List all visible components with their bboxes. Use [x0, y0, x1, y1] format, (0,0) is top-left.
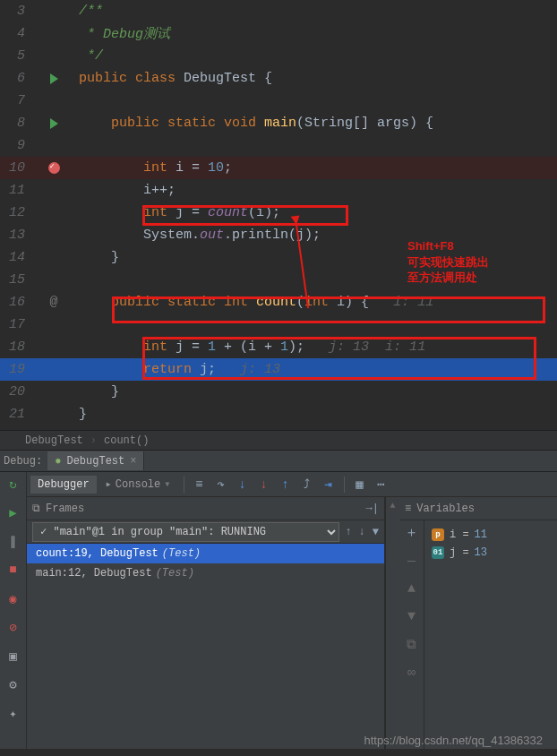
gutter[interactable]	[29, 118, 79, 129]
run-icon[interactable]	[50, 73, 58, 84]
pause-icon[interactable]: ∥	[5, 533, 21, 549]
debug-run-tab-label: DebugTest	[66, 455, 124, 468]
code-content[interactable]: /**	[79, 4, 557, 19]
line-number: 18	[0, 339, 29, 355]
code-editor[interactable]: 3/**4 * Debug测试5 */6public class DebugTe…	[0, 0, 557, 430]
down-icon[interactable]: ▼	[407, 609, 416, 624]
code-content[interactable]: public class DebugTest {	[79, 71, 557, 86]
rerun-icon[interactable]: ↻	[5, 476, 21, 492]
frame-item[interactable]: count:19, DebugTest(Test)	[27, 544, 384, 563]
force-step-into-icon[interactable]: ↓	[254, 475, 274, 494]
breadcrumb[interactable]: DebugTest › count()	[0, 430, 557, 450]
breakpoint-icon[interactable]	[48, 162, 60, 174]
line-number: 11	[0, 183, 29, 198]
gutter[interactable]	[29, 73, 79, 84]
var-value: 11	[475, 528, 487, 541]
code-line[interactable]: 17	[0, 314, 557, 336]
frames-list[interactable]: count:19, DebugTest(Test)main:12, DebugT…	[27, 544, 384, 583]
code-line[interactable]: 12 int j = count(i);	[0, 202, 557, 224]
code-line[interactable]: 8 public static void main(String[] args)…	[0, 112, 557, 134]
close-icon[interactable]: ×	[130, 455, 136, 468]
settings-icon[interactable]: ⚙	[5, 676, 21, 692]
remove-watch-icon[interactable]: —	[407, 554, 416, 569]
code-content[interactable]: i++;	[79, 183, 557, 198]
next-frame-icon[interactable]: ↓	[359, 526, 365, 538]
breakpoints-icon[interactable]: ◉	[5, 590, 21, 606]
step-over-icon[interactable]: ↷	[211, 475, 231, 494]
code-content[interactable]: */	[79, 48, 557, 64]
mute-breakpoints-icon[interactable]: ⊘	[5, 619, 21, 635]
variable-row[interactable]: pi = 11	[432, 526, 550, 544]
show-exec-icon[interactable]: ≡	[190, 475, 210, 494]
breadcrumb-class[interactable]: DebugTest	[25, 434, 83, 447]
line-number: 5	[0, 48, 29, 64]
line-number: 17	[0, 317, 29, 332]
code-content[interactable]: public static void main(String[] args) {	[79, 116, 557, 131]
scroll-up-icon[interactable]: ▲	[386, 497, 399, 514]
code-content[interactable]: int i = 10;	[79, 160, 557, 176]
var-value: 13	[475, 546, 487, 559]
run-icon[interactable]	[50, 118, 58, 129]
code-line[interactable]: 9	[0, 134, 557, 157]
code-line[interactable]: 3/**	[0, 0, 557, 22]
frames-icon: ⧉	[32, 503, 40, 515]
override-icon[interactable]: @	[49, 295, 57, 310]
code-content[interactable]: return j; j: 13	[79, 362, 557, 377]
code-content[interactable]: }	[79, 384, 557, 399]
code-line[interactable]: 19 return j; j: 13	[0, 358, 557, 381]
variables-title: Variables	[416, 503, 475, 515]
code-line[interactable]: 6public class DebugTest {	[0, 67, 557, 90]
restore-layout-icon[interactable]: →|	[366, 503, 379, 515]
line-number: 12	[0, 205, 29, 220]
code-line[interactable]: 11 i++;	[0, 179, 557, 202]
scrollbar[interactable]: ▲	[385, 497, 399, 749]
evaluate-icon[interactable]: ▦	[350, 475, 370, 494]
gutter[interactable]	[29, 162, 79, 174]
line-number: 15	[0, 272, 29, 288]
tab-debugger[interactable]: Debugger	[30, 476, 97, 494]
variables-list[interactable]: pi = 1101j = 13	[424, 520, 557, 749]
resume-icon[interactable]: ▶	[5, 504, 21, 520]
code-content[interactable]: int j = count(i);	[79, 205, 557, 220]
code-line[interactable]: 4 * Debug测试	[0, 22, 557, 45]
debug-run-tab[interactable]: ✸ DebugTest ×	[47, 451, 144, 470]
code-content[interactable]: int j = 1 + (i + 1); j: 13 i: 11	[79, 339, 557, 355]
line-number: 10	[0, 160, 29, 176]
code-line[interactable]: 18 int j = 1 + (i + 1); j: 13 i: 11	[0, 336, 557, 358]
glasses-icon[interactable]: ∞	[407, 666, 416, 681]
debug-panel-header: Debug: ✸ DebugTest ×	[0, 450, 557, 471]
step-out-icon[interactable]: ↑	[276, 475, 296, 494]
code-line[interactable]: 7	[0, 90, 557, 112]
code-content[interactable]: }	[79, 407, 557, 422]
frames-panel: ⧉Frames →| ✓ "main"@1 in group "main": R…	[27, 497, 385, 749]
code-line[interactable]: 21}	[0, 403, 557, 425]
code-content[interactable]: public static int count(int i) { i: 11	[79, 295, 557, 310]
step-into-icon[interactable]: ↓	[233, 475, 253, 494]
drop-frame-icon[interactable]: ⤴	[297, 475, 317, 494]
code-line[interactable]: 16@ public static int count(int i) { i: …	[0, 291, 557, 314]
trace-icon[interactable]: ⋯	[372, 475, 391, 494]
code-line[interactable]: 10 int i = 10;	[0, 157, 557, 179]
frame-item[interactable]: main:12, DebugTest(Test)	[27, 563, 384, 583]
gutter[interactable]: @	[29, 295, 79, 310]
add-watch-icon[interactable]: ＋	[405, 524, 418, 541]
code-content[interactable]: * Debug测试	[79, 25, 557, 42]
copy-icon[interactable]: ⧉	[407, 637, 416, 653]
prev-frame-icon[interactable]: ↑	[345, 526, 351, 538]
run-to-cursor-icon[interactable]: ⇥	[319, 475, 338, 494]
debug-label: Debug:	[0, 455, 47, 468]
line-number: 4	[0, 26, 29, 41]
debug-main: Debugger ▸ Console ▾ ≡ ↷ ↓ ↓ ↑ ⤴ ⇥ ▦ ⋯ ⧉…	[27, 472, 557, 749]
debug-toolbar: Debugger ▸ Console ▾ ≡ ↷ ↓ ↓ ↑ ⤴ ⇥ ▦ ⋯	[27, 472, 557, 497]
stop-icon[interactable]: ■	[5, 562, 21, 578]
tab-console[interactable]: ▸ Console ▾	[99, 475, 178, 494]
thread-select[interactable]: ✓ "main"@1 in group "main": RUNNING	[32, 522, 339, 542]
breadcrumb-method[interactable]: count()	[104, 434, 149, 447]
variable-row[interactable]: 01j = 13	[432, 544, 550, 562]
code-line[interactable]: 20 }	[0, 381, 557, 403]
filter-icon[interactable]: ▼	[373, 526, 379, 538]
code-line[interactable]: 5 */	[0, 45, 557, 67]
up-icon[interactable]: ▲	[407, 581, 416, 597]
pin-icon[interactable]: ✦	[5, 705, 21, 721]
snapshot-icon[interactable]: ▣	[5, 648, 21, 664]
